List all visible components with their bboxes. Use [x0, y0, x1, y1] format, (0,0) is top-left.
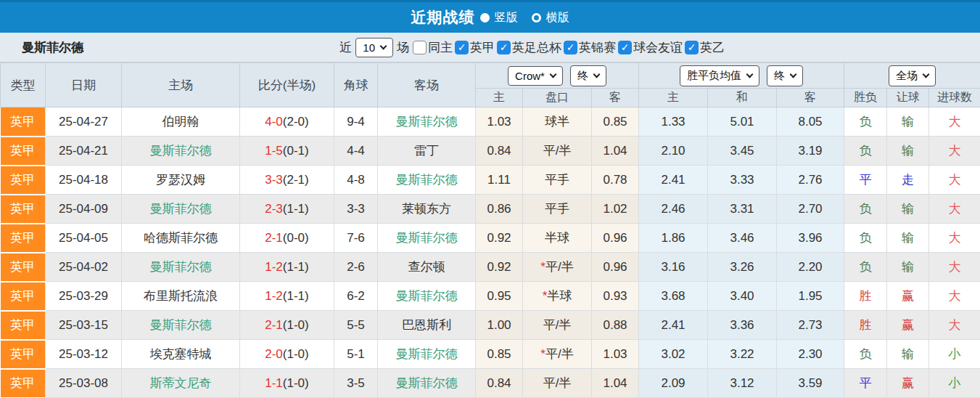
away-team-cell[interactable]: 曼斯菲尔德	[378, 369, 476, 398]
col-header-date: 日期	[46, 63, 122, 107]
away-team-cell[interactable]: 曼斯菲尔德	[378, 224, 476, 253]
home-team-cell[interactable]: 布里斯托流浪	[122, 282, 240, 311]
avg-draw-cell: 3.36	[708, 311, 777, 340]
avg-lose-cell: 3.59	[777, 369, 844, 398]
away-team-cell[interactable]: 莱顿东方	[378, 195, 476, 224]
result-cell: 平	[844, 166, 887, 195]
radio-vertical-layout-label[interactable]: 竖版	[495, 10, 518, 25]
odds-home-cell: 0.84	[476, 137, 523, 166]
avg-win-cell: 1.86	[639, 224, 708, 253]
odds-home-cell: 1.00	[476, 311, 523, 340]
corners-cell: 9-4	[334, 107, 378, 137]
avg-draw-cell: 3.31	[708, 195, 777, 224]
corners-cell: 3-3	[334, 195, 378, 224]
home-team-cell[interactable]: 埃克塞特城	[122, 340, 240, 369]
home-team-cell[interactable]: 曼斯菲尔德	[122, 195, 240, 224]
checkbox-label: 球会友谊	[633, 39, 683, 56]
home-team-cell[interactable]: 曼斯菲尔德	[122, 137, 240, 166]
corners-cell: 5-1	[334, 340, 378, 369]
odds-home-cell: 0.84	[476, 369, 523, 398]
avg-win-cell: 2.09	[639, 369, 708, 398]
full-time-score: 1-1	[265, 376, 283, 390]
home-team-cell[interactable]: 曼斯菲尔德	[122, 311, 240, 340]
radio-horizontal-layout-label[interactable]: 横版	[546, 10, 569, 25]
home-team-cell[interactable]: 斯蒂文尼奇	[122, 369, 240, 398]
handicap-result-cell: 走	[887, 166, 929, 195]
avg-draw-cell: 3.22	[708, 340, 777, 369]
avg-lose-cell: 2.73	[777, 311, 844, 340]
corners-cell: 6-2	[334, 282, 378, 311]
table-row: 英甲25-03-12埃克塞特城2-0(1-0)5-1曼斯菲尔德0.85*平/半1…	[1, 340, 980, 369]
recent-label: 近	[339, 39, 352, 56]
filter-checkbox[interactable]: ✓英甲	[455, 39, 495, 56]
filter-checkbox[interactable]: ✓英足总杯	[497, 39, 561, 56]
recent-results-panel: 近期战绩 竖版 横版 曼斯菲尔德 近 10 场 同主✓英甲✓英足总杯✓英锦赛✓球…	[0, 0, 980, 398]
away-team-cell[interactable]: 查尔顿	[378, 253, 476, 282]
radio-vertical-layout-icon[interactable]	[480, 13, 490, 23]
full-time-score: 4-0	[265, 115, 283, 129]
league-cell: 英甲	[1, 253, 46, 282]
odds-away-cell: 0.88	[592, 311, 639, 340]
score-cell: 1-5(0-1)	[240, 137, 334, 166]
odds-stage-select[interactable]: 终	[570, 65, 606, 86]
handicap-result-cell: 输	[887, 107, 929, 137]
avg-stage-select[interactable]: 终	[767, 65, 803, 86]
home-team-cell[interactable]: 曼斯菲尔德	[122, 253, 240, 282]
full-time-score: 1-2	[265, 289, 283, 303]
filter-checkbox[interactable]: 同主	[413, 39, 453, 56]
odds-away-cell: 1.03	[592, 340, 639, 369]
home-team-cell[interactable]: 哈德斯菲尔德	[122, 224, 240, 253]
checkbox-unchecked-icon[interactable]	[413, 41, 427, 54]
away-team-cell[interactable]: 曼斯菲尔德	[378, 166, 476, 195]
handicap-cell: *半球	[523, 282, 592, 311]
odds-stage-value: 终	[577, 69, 588, 83]
subheader-avg-draw: 和	[708, 89, 777, 107]
matches-label: 场	[397, 39, 409, 56]
goals-cell: 大	[929, 166, 980, 195]
full-time-score: 2-1	[265, 318, 283, 332]
avg-lose-cell: 2.70	[777, 195, 844, 224]
filter-checkbox[interactable]: ✓英锦赛	[564, 39, 616, 56]
subheader-avg-win: 主	[639, 89, 708, 107]
away-team-cell[interactable]: 巴恩斯利	[378, 311, 476, 340]
filter-bar: 曼斯菲尔德 近 10 场 同主✓英甲✓英足总杯✓英锦赛✓球会友谊✓英乙	[0, 33, 980, 62]
checkbox-checked-icon[interactable]: ✓	[455, 41, 469, 54]
filter-checkbox[interactable]: ✓英乙	[685, 39, 725, 56]
checkbox-checked-icon[interactable]: ✓	[497, 41, 511, 54]
home-team-cell[interactable]: 罗瑟汉姆	[122, 166, 240, 195]
subheader-handicap: 盘口	[523, 89, 592, 107]
checkbox-checked-icon[interactable]: ✓	[685, 41, 699, 54]
filter-checkbox[interactable]: ✓球会友谊	[618, 39, 683, 56]
handicap-result-cell: 输	[887, 195, 929, 224]
avg-lose-cell: 2.76	[777, 166, 844, 195]
league-cell: 英甲	[1, 369, 46, 398]
odds-company-select[interactable]: Crow*	[508, 66, 563, 86]
score-cell: 1-2(1-1)	[240, 253, 334, 282]
away-team-cell[interactable]: 曼斯菲尔德	[378, 340, 476, 369]
chevron-down-icon	[549, 70, 556, 78]
checkbox-checked-icon[interactable]: ✓	[564, 41, 577, 54]
radio-horizontal-layout-icon[interactable]	[532, 13, 541, 23]
away-team-cell[interactable]: 曼斯菲尔德	[378, 282, 476, 311]
checkbox-checked-icon[interactable]: ✓	[618, 41, 632, 54]
scope-select[interactable]: 全场	[889, 65, 936, 86]
half-time-score: (2-1)	[283, 173, 309, 187]
checkbox-label: 英乙	[700, 39, 725, 56]
handicap-cell: *平/半	[523, 253, 592, 282]
odds-away-cell: 1.04	[592, 137, 639, 166]
away-team-cell[interactable]: 雷丁	[378, 137, 476, 166]
odds-away-cell: 0.96	[592, 224, 639, 253]
star-marker: *	[540, 347, 545, 361]
handicap-cell: 平手	[523, 166, 592, 195]
checkbox-label: 英锦赛	[579, 39, 616, 56]
avg-type-select[interactable]: 胜平负均值	[680, 65, 759, 86]
away-team-cell[interactable]: 曼斯菲尔德	[378, 107, 476, 137]
recent-count-select[interactable]: 10	[355, 38, 393, 57]
checkbox-label: 英足总杯	[512, 39, 561, 56]
avg-group-header: 胜平负均值 终	[639, 63, 844, 89]
date-cell: 25-04-18	[46, 166, 122, 195]
goals-cell: 小	[929, 369, 980, 398]
home-team-cell[interactable]: 伯明翰	[122, 107, 240, 137]
odds-home-cell: 0.85	[476, 340, 523, 369]
half-time-score: (0-0)	[283, 231, 309, 245]
